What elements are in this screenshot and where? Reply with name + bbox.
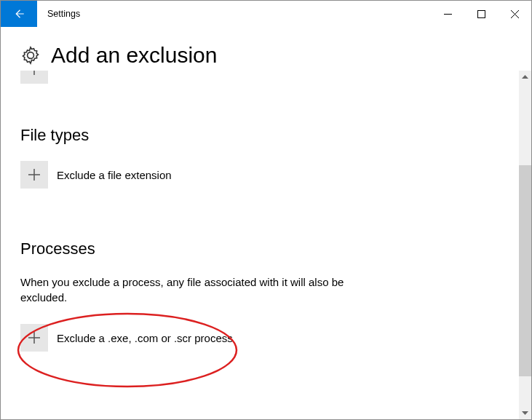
chevron-up-icon: [522, 74, 528, 80]
exclude-file-extension-row[interactable]: Exclude a file extension: [20, 161, 512, 189]
exclude-process-row[interactable]: Exclude a .exe, .com or .scr process: [20, 324, 512, 352]
arrow-left-icon: [12, 7, 25, 20]
svg-rect-0: [477, 10, 485, 17]
scrollbar-thumb[interactable]: [519, 165, 531, 376]
scrollbar[interactable]: [519, 71, 531, 419]
window-title: Settings: [37, 1, 80, 27]
section-heading-processes: Processes: [20, 239, 512, 258]
minimize-button[interactable]: [431, 1, 464, 27]
gear-icon: [20, 45, 41, 66]
page-title: Add an exclusion: [51, 43, 218, 68]
content: File types Exclude a file extension Proc…: [1, 71, 531, 381]
maximize-icon: [477, 10, 485, 18]
scroll-up-button[interactable]: [519, 71, 531, 83]
titlebar: Settings: [1, 1, 531, 27]
scroll-down-button[interactable]: [519, 407, 531, 419]
processes-description: When you exclude a process, any file ass…: [20, 274, 362, 305]
chevron-down-icon: [522, 410, 528, 416]
titlebar-spacer: [80, 1, 431, 27]
plus-icon: [28, 168, 41, 181]
maximize-button[interactable]: [464, 1, 498, 27]
add-file-extension-label: Exclude a file extension: [57, 169, 172, 181]
back-button[interactable]: [1, 1, 37, 27]
add-file-extension-button[interactable]: [20, 161, 48, 189]
close-icon: [511, 10, 519, 18]
plus-icon: [28, 331, 41, 344]
page-header: Add an exclusion: [1, 27, 531, 74]
plus-icon: [28, 71, 41, 76]
add-process-button[interactable]: [20, 324, 48, 352]
add-button-truncated[interactable]: [20, 71, 48, 84]
minimize-icon: [444, 10, 452, 18]
content-viewport: File types Exclude a file extension Proc…: [1, 71, 531, 419]
close-button[interactable]: [498, 1, 531, 27]
section-heading-file-types: File types: [20, 126, 512, 145]
add-process-label: Exclude a .exe, .com or .scr process: [57, 332, 233, 344]
